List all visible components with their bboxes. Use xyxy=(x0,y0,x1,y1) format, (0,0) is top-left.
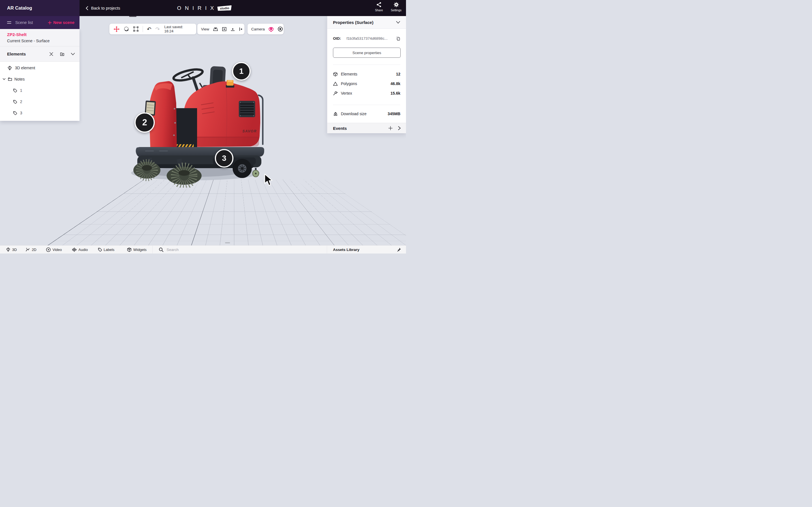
cube-icon xyxy=(333,72,338,76)
weight-download-icon xyxy=(333,111,338,116)
tab-audio[interactable]: Audio xyxy=(72,247,88,252)
tab-label: Audio xyxy=(79,247,88,252)
scene-properties-button[interactable]: Scene properties xyxy=(333,48,401,58)
tab-widgets[interactable]: Widgets xyxy=(127,247,147,252)
element-row-note-2[interactable]: 2 xyxy=(0,96,80,107)
new-folder-icon[interactable] xyxy=(60,52,64,56)
new-scene-button[interactable]: New scene xyxy=(48,20,74,25)
tab-label: Labels xyxy=(104,247,114,252)
element-row-note-3[interactable]: 3 xyxy=(0,107,80,119)
chevron-expanded-icon[interactable] xyxy=(3,78,6,80)
studio-badge: studio xyxy=(217,5,232,11)
bottombar-divider xyxy=(152,245,153,253)
perspective-view-icon[interactable] xyxy=(212,27,218,32)
move-tool-icon[interactable] xyxy=(114,26,119,32)
copy-icon[interactable] xyxy=(396,36,400,41)
back-chevron-icon xyxy=(86,6,88,10)
camera-label: Camera xyxy=(251,27,265,31)
side-view-icon[interactable] xyxy=(239,27,243,32)
tab-label: Widgets xyxy=(133,247,147,252)
tab-label: Video xyxy=(52,247,62,252)
element-row-3d[interactable]: 3D element xyxy=(0,62,80,73)
events-title: Events xyxy=(333,126,383,131)
hotspot-marker-1[interactable]: 1 xyxy=(232,62,251,80)
ground-grid xyxy=(28,180,406,245)
pin-icon[interactable] xyxy=(397,247,401,252)
hotspot-marker-3[interactable]: 3 xyxy=(215,149,234,168)
gear-icon xyxy=(394,2,399,7)
3d-gem-icon xyxy=(7,66,12,70)
tag-icon xyxy=(98,247,102,252)
stat-value: 46.8k xyxy=(391,81,400,86)
oid-row: OID: f1b3fa5317374d6898c... xyxy=(327,36,406,41)
oid-value: f1b3fa5317374d6898c... xyxy=(347,36,396,41)
element-list: 3D element Notes 1 xyxy=(0,62,80,121)
tab-2d[interactable]: 2D xyxy=(26,247,37,252)
settings-button[interactable]: Settings xyxy=(391,2,402,12)
share-button[interactable]: Share xyxy=(375,2,383,12)
stat-label: Elements xyxy=(341,72,396,76)
settings-label: Settings xyxy=(391,8,402,12)
elements-header: Elements xyxy=(0,47,80,62)
properties-panel: Properties (Surface) OID: f1b3fa5317374d… xyxy=(327,16,406,133)
search-input[interactable] xyxy=(166,247,218,252)
assets-bottom-bar: 3D 2D Video Audio xyxy=(0,245,406,253)
onirix-logo: ONIRIX studio xyxy=(177,0,232,16)
mouse-cursor xyxy=(264,173,273,186)
element-label: 3 xyxy=(20,111,22,115)
tab-label: 3D xyxy=(12,247,17,252)
stat-label: Polygons xyxy=(341,81,391,86)
stat-row-vertex: Vertex 15.6k xyxy=(327,89,406,98)
stat-row-download-size: Download size 345MB xyxy=(327,109,406,119)
redo-icon: ↷ xyxy=(155,26,160,32)
hamburger-icon[interactable] xyxy=(7,21,11,24)
element-label: 2 xyxy=(20,100,22,104)
hotspot-marker-2[interactable]: 2 xyxy=(135,112,155,133)
tab-labels[interactable]: Labels xyxy=(98,247,114,252)
tag-icon xyxy=(13,88,17,93)
element-label: Notes xyxy=(14,77,25,81)
undo-icon[interactable]: ↶ xyxy=(147,26,151,32)
camera-fov-icon[interactable] xyxy=(268,26,274,32)
model-brand-text: SAVOR xyxy=(243,129,257,133)
properties-title: Properties (Surface) xyxy=(333,20,396,25)
2d-image-icon xyxy=(26,247,30,252)
tab-label: 2D xyxy=(32,247,37,252)
scale-tool-icon[interactable] xyxy=(133,26,139,32)
assets-library-section[interactable]: Assets Library xyxy=(327,245,406,253)
stat-label: Vertex xyxy=(341,91,391,96)
tab-3d[interactable]: 3D xyxy=(6,247,17,252)
add-event-icon[interactable] xyxy=(388,126,393,130)
back-label: Back to projects xyxy=(91,6,120,10)
scene-name[interactable]: ZP2-Shelt xyxy=(7,32,80,37)
marker-number: 2 xyxy=(142,117,147,128)
expand-events-icon[interactable] xyxy=(398,126,401,130)
scene-list-label[interactable]: Scene list xyxy=(15,20,48,25)
rotate-tool-icon[interactable] xyxy=(123,26,129,32)
3d-gem-icon xyxy=(6,247,10,252)
play-circle-icon xyxy=(46,247,51,252)
back-to-projects-button[interactable]: Back to projects xyxy=(86,0,120,16)
front-view-icon[interactable] xyxy=(221,27,227,32)
tab-video[interactable]: Video xyxy=(46,247,62,252)
scene-subtitle: Current Scene - Surface xyxy=(7,39,80,43)
collapse-panel-icon[interactable] xyxy=(396,21,400,24)
top-view-icon[interactable] xyxy=(230,27,236,32)
chevron-down-icon[interactable] xyxy=(71,53,75,55)
element-row-notes[interactable]: Notes xyxy=(0,73,80,85)
collapse-all-icon[interactable] xyxy=(49,52,54,56)
view-label: View xyxy=(201,27,209,31)
element-label: 1 xyxy=(20,88,22,93)
new-scene-label: New scene xyxy=(53,20,74,25)
panel-drag-handle[interactable] xyxy=(225,242,230,243)
camera-target-icon[interactable] xyxy=(277,26,283,32)
stat-label: Download size xyxy=(341,112,388,116)
oid-label: OID: xyxy=(333,36,347,41)
scene-list-row: Scene list New scene xyxy=(0,16,80,29)
divider xyxy=(333,105,400,105)
marker-number: 1 xyxy=(239,67,244,76)
element-row-note-1[interactable]: 1 xyxy=(0,85,80,96)
stat-row-elements: Elements 12 xyxy=(327,69,406,79)
share-label: Share xyxy=(375,8,383,12)
events-section: Events xyxy=(327,123,406,133)
